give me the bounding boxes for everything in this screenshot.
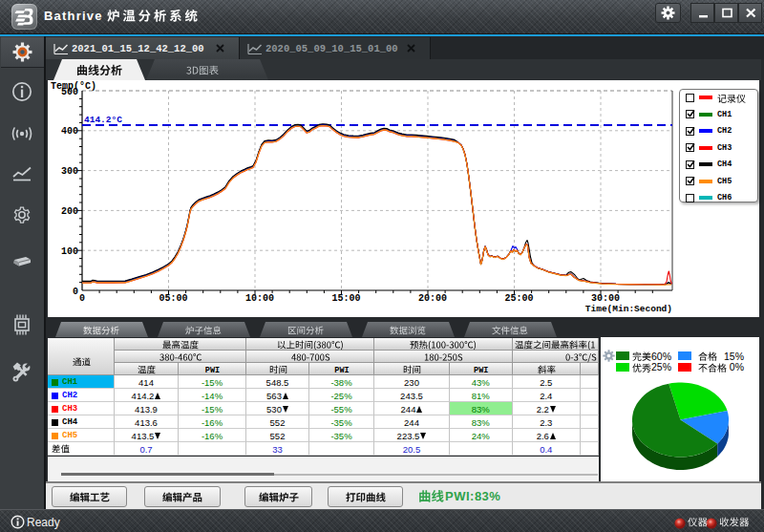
svg-text:20:00: 20:00 <box>418 293 447 304</box>
svg-text:30:00: 30:00 <box>591 293 620 304</box>
svg-text:500: 500 <box>61 87 78 97</box>
svg-text:05:00: 05:00 <box>159 293 187 304</box>
svg-text:25:00: 25:00 <box>504 293 533 304</box>
svg-text:0: 0 <box>79 293 85 304</box>
svg-text:200: 200 <box>61 206 78 217</box>
svg-text:300: 300 <box>61 166 78 177</box>
svg-text:15:00: 15:00 <box>331 293 360 304</box>
svg-text:10:00: 10:00 <box>245 293 274 304</box>
svg-text:414.2°C: 414.2°C <box>84 115 122 125</box>
svg-text:Time(Min:Second): Time(Min:Second) <box>585 304 672 314</box>
svg-text:100: 100 <box>61 246 78 257</box>
svg-text:0: 0 <box>73 287 78 297</box>
svg-text:400: 400 <box>61 126 78 137</box>
